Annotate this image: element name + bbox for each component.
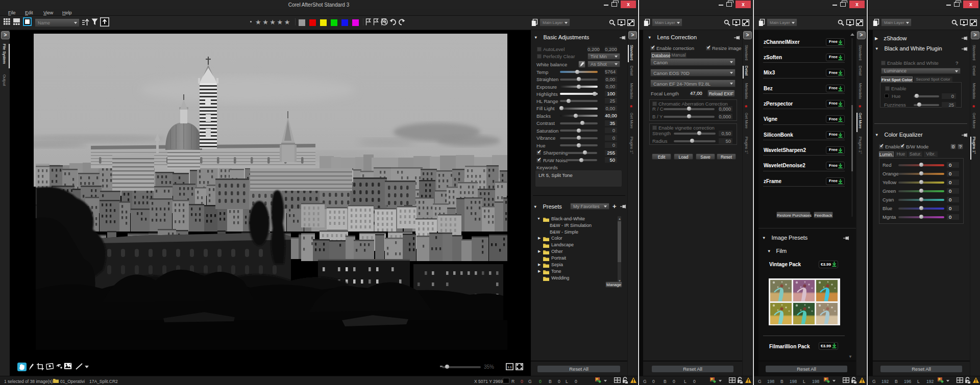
svg-text:1:1: 1:1 [507,366,512,369]
